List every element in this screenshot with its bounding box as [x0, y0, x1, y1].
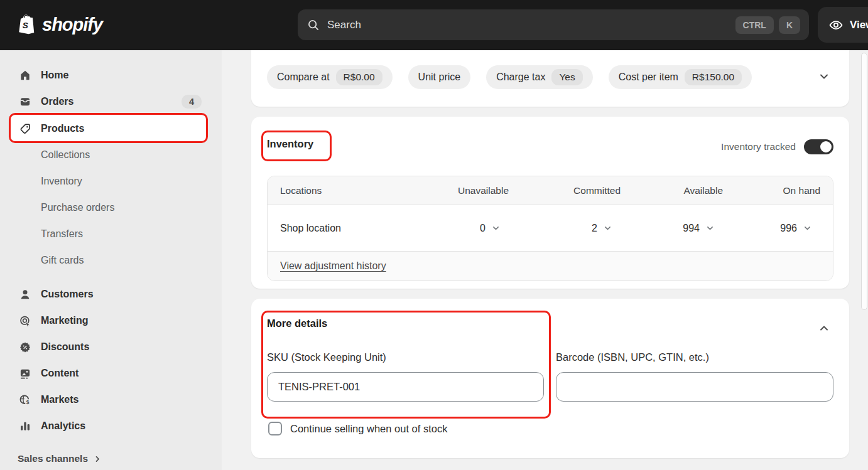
pill-label: Compare at: [277, 72, 330, 83]
search-input[interactable]: Search CTRL K: [298, 9, 809, 40]
barcode-input[interactable]: [556, 372, 833, 402]
inventory-tracked-toggle[interactable]: [804, 139, 833, 154]
col-unavailable: Unavailable: [396, 185, 509, 196]
inventory-table: Locations Unavailable Committed Availabl…: [267, 176, 833, 281]
sidebar-item-collections[interactable]: Collections: [0, 142, 222, 168]
pill-value-badge: R$150.00: [685, 69, 742, 85]
sidebar-label: Purchase orders: [41, 202, 114, 213]
sidebar-item-discounts[interactable]: Discounts: [0, 334, 222, 360]
sidebar-item-markets[interactable]: $ Markets: [0, 387, 222, 413]
compare-at-pill[interactable]: Compare at R$0.00: [267, 65, 393, 89]
table-row: Shop location 0 2 994 996: [268, 205, 833, 252]
main-content: Compare at R$0.00 Unit price Charge tax …: [222, 50, 868, 470]
orders-icon: [19, 95, 31, 109]
more-details-collapse-button[interactable]: [815, 319, 833, 338]
sidebar-label: Discounts: [41, 341, 89, 353]
sku-input[interactable]: [267, 372, 544, 402]
continue-selling-checkbox[interactable]: [268, 422, 282, 435]
available-dropdown[interactable]: 994: [621, 223, 723, 234]
unit-price-pill[interactable]: Unit price: [408, 65, 471, 89]
svg-text:S: S: [23, 21, 28, 30]
more-details-title: More details: [267, 318, 327, 329]
view-adjustment-history-link[interactable]: View adjustment history: [280, 260, 386, 272]
image-icon: [19, 366, 31, 380]
svg-text:$: $: [26, 398, 30, 405]
sales-channels-label: Sales channels: [18, 453, 88, 464]
shopify-logo[interactable]: S shopify: [16, 13, 102, 36]
sidebar-label: Marketing: [41, 315, 89, 326]
pill-value-badge: R$0.00: [336, 69, 382, 85]
sidebar-item-marketing[interactable]: Marketing: [0, 307, 222, 334]
shopify-bag-icon: S: [16, 13, 37, 36]
chevron-right-icon: [94, 455, 102, 463]
bar-chart-icon: [19, 419, 31, 433]
inventory-card: Inventory Inventory tracked Locations Un…: [251, 117, 849, 289]
unavailable-dropdown[interactable]: 0: [396, 223, 509, 234]
sales-channels-header[interactable]: Sales channels: [18, 453, 102, 464]
sidebar-item-products[interactable]: Products: [9, 115, 208, 142]
sidebar-item-content[interactable]: Content: [0, 360, 222, 387]
chevron-down-icon: [706, 224, 714, 232]
eye-icon: [828, 18, 844, 33]
sidebar-item-customers[interactable]: Customers: [0, 281, 222, 307]
pill-label: Unit price: [418, 72, 461, 83]
sidebar-item-orders[interactable]: Orders 4: [0, 88, 222, 115]
tag-icon: [19, 122, 31, 136]
pill-label: Charge tax: [496, 72, 545, 83]
cost-per-item-pill[interactable]: Cost per item R$150.00: [609, 65, 752, 89]
sidebar-label: Home: [41, 70, 68, 81]
discount-badge-icon: [19, 340, 31, 354]
sidebar-label: Content: [41, 368, 79, 379]
on-hand-dropdown[interactable]: 996: [723, 223, 820, 234]
inventory-table-footer: View adjustment history: [268, 252, 833, 280]
search-icon: [307, 18, 320, 32]
sidebar-item-home[interactable]: Home: [0, 62, 222, 88]
location-name: Shop location: [280, 223, 396, 234]
chevron-down-icon: [492, 224, 500, 232]
col-committed: Committed: [509, 185, 621, 196]
pill-value-badge: Yes: [551, 69, 582, 85]
person-icon: [19, 287, 31, 301]
k-key-badge: K: [779, 16, 800, 34]
toggle-knob: [820, 141, 832, 152]
available-value: 994: [683, 223, 700, 234]
pricing-expand-button[interactable]: [815, 67, 833, 86]
inventory-tracked-label: Inventory tracked: [721, 141, 796, 152]
orders-count-badge: 4: [182, 95, 202, 109]
pill-label: Cost per item: [619, 72, 678, 83]
col-available: Available: [621, 185, 723, 196]
pricing-pills: Compare at R$0.00 Unit price Charge tax …: [267, 65, 752, 89]
sidebar-item-purchase-orders[interactable]: Purchase orders: [0, 195, 222, 221]
committed-dropdown[interactable]: 2: [509, 223, 621, 234]
pricing-card: Compare at R$0.00 Unit price Charge tax …: [251, 50, 849, 107]
sidebar-label: Analytics: [41, 420, 85, 432]
inventory-table-header: Locations Unavailable Committed Availabl…: [268, 176, 833, 205]
sidebar-item-analytics[interactable]: Analytics: [0, 413, 222, 439]
sidebar-label: Customers: [41, 289, 94, 300]
inventory-tracked-control: Inventory tracked: [721, 139, 833, 154]
inventory-title: Inventory: [267, 138, 313, 150]
on-hand-value: 996: [780, 223, 797, 234]
charge-tax-pill[interactable]: Charge tax Yes: [486, 65, 593, 89]
home-icon: [19, 68, 31, 82]
col-on-hand: On hand: [723, 185, 820, 196]
sidebar-label: Inventory: [41, 176, 82, 187]
sidebar-item-transfers[interactable]: Transfers: [0, 221, 222, 247]
view-button[interactable]: View: [818, 7, 868, 43]
shopify-wordmark: shopify: [42, 14, 102, 35]
view-button-label: View: [850, 19, 868, 31]
col-locations: Locations: [280, 185, 396, 196]
ctrl-key-badge: CTRL: [735, 16, 774, 34]
sidebar-item-inventory[interactable]: Inventory: [0, 168, 222, 195]
continue-selling-label: Continue selling when out of stock: [290, 423, 447, 435]
chevron-up-icon: [818, 322, 830, 334]
sidebar-label: Products: [41, 123, 84, 134]
sidebar-label: Transfers: [41, 228, 83, 240]
search-shortcut: CTRL K: [735, 16, 800, 34]
sidebar-item-gift-cards[interactable]: Gift cards: [0, 247, 222, 274]
continue-selling-row: Continue selling when out of stock: [268, 422, 447, 435]
sidebar-label: Orders: [41, 96, 73, 107]
target-cursor-icon: [19, 314, 31, 328]
scrollbar-thumb[interactable]: [861, 53, 867, 310]
topbar: S shopify Search CTRL K View: [0, 0, 868, 50]
